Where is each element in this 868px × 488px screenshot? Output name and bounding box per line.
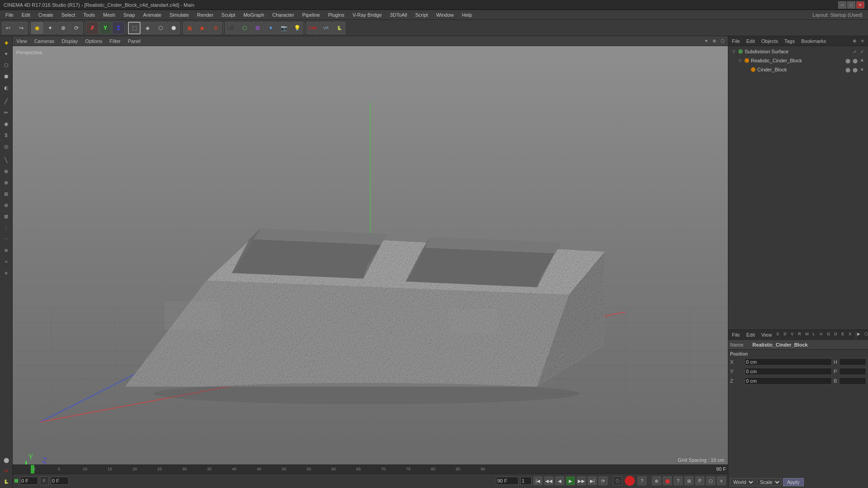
- tool-3[interactable]: ⬡: [1, 60, 12, 70]
- rot-h-input[interactable]: [839, 358, 866, 366]
- move-button[interactable]: ✦: [44, 22, 57, 34]
- vp-icon-1[interactable]: ✦: [703, 38, 710, 45]
- render-settings-button[interactable]: ⚙: [209, 22, 222, 34]
- obj-item-subdivision[interactable]: ▽ Subdivision Surface ✓ ✓: [729, 47, 867, 56]
- tool-16[interactable]: ⊠: [1, 211, 12, 222]
- rot-b-input[interactable]: [839, 377, 866, 385]
- point-mode-button[interactable]: ◈: [141, 22, 154, 34]
- tool-python[interactable]: 🐍: [1, 476, 12, 487]
- vray-button[interactable]: VR: [320, 22, 332, 34]
- menu-sculpt[interactable]: Sculpt: [218, 11, 239, 19]
- obj-item-realistic[interactable]: ▽ Realistic_Cinder_Block ⬤ ⬤ ✕: [729, 56, 867, 65]
- obj-icon-c[interactable]: ✕: [859, 57, 865, 64]
- animate-record-button[interactable]: [625, 476, 635, 486]
- menu-pipeline[interactable]: Pipeline: [299, 11, 324, 19]
- frame-mode-toggle[interactable]: F: [40, 476, 49, 485]
- vp-menu-panel[interactable]: Panel: [126, 38, 142, 44]
- vp-menu-view[interactable]: View: [14, 38, 29, 44]
- obj-icon-2[interactable]: ≡: [859, 38, 866, 45]
- tool-10[interactable]: ◎: [1, 141, 12, 152]
- tool-13[interactable]: ⊗: [1, 177, 12, 188]
- tool-6[interactable]: ╱: [1, 96, 12, 107]
- mode-z-button[interactable]: Z: [112, 22, 125, 34]
- play-button[interactable]: ▶: [566, 476, 575, 485]
- live-selection-button[interactable]: ◉: [31, 22, 43, 34]
- tool-9[interactable]: $: [1, 130, 12, 141]
- tool-move[interactable]: ✦: [1, 48, 12, 59]
- object-mode-button[interactable]: ⬚: [128, 22, 141, 34]
- tool-15[interactable]: ⊛: [1, 200, 12, 211]
- attr-icon-8[interactable]: G: [827, 332, 833, 338]
- attr-icon-6[interactable]: L: [812, 332, 819, 338]
- tool-14[interactable]: ⊞: [1, 188, 12, 199]
- icon-1[interactable]: ⊕: [652, 476, 661, 485]
- scale-dropdown[interactable]: Scale: [757, 478, 781, 486]
- apply-button[interactable]: Apply: [783, 478, 804, 486]
- tool-18[interactable]: ⋯: [1, 234, 12, 244]
- rotate-button[interactable]: ⟳: [70, 22, 83, 34]
- attr-icon-5[interactable]: M: [805, 332, 811, 338]
- expand-icon-realistic[interactable]: ▽: [737, 58, 743, 63]
- loop-button[interactable]: ⟳: [599, 476, 608, 485]
- python-button[interactable]: 🐍: [333, 22, 345, 34]
- menu-select[interactable]: Select: [58, 11, 79, 19]
- icon-3[interactable]: ?: [674, 476, 683, 485]
- cube-button[interactable]: ⬛: [225, 22, 238, 34]
- menu-character[interactable]: Character: [269, 11, 297, 19]
- prev-key-button[interactable]: ◀◀: [544, 476, 553, 485]
- menu-vray[interactable]: V-Ray Bridge: [349, 11, 386, 19]
- tool-20[interactable]: ≈: [1, 256, 12, 267]
- icon-5[interactable]: P: [695, 476, 704, 485]
- go-start-button[interactable]: |◀: [533, 476, 542, 485]
- camera-button[interactable]: 📷: [278, 22, 290, 34]
- pos-y-input[interactable]: [745, 368, 832, 375]
- menu-create[interactable]: Create: [35, 11, 57, 19]
- attr-menu-view[interactable]: View: [760, 332, 774, 338]
- obj-item-cinder[interactable]: Cinder_Block ⬤ ⬤ ✕: [729, 65, 867, 74]
- expand-icon[interactable]: ▽: [731, 49, 736, 54]
- menu-snap[interactable]: Snap: [120, 11, 139, 19]
- vp-menu-options[interactable]: Options: [83, 38, 104, 44]
- obj-menu-edit[interactable]: Edit: [745, 38, 757, 44]
- tool-21[interactable]: ≡: [1, 267, 12, 278]
- record-btn[interactable]: ⚫: [613, 476, 622, 485]
- tool-maxon[interactable]: M: [1, 465, 12, 476]
- go-end-button[interactable]: ▶|: [588, 476, 597, 485]
- tool-5[interactable]: ◐: [1, 82, 12, 93]
- obj-icon-cc[interactable]: ✕: [859, 66, 865, 73]
- icon-2[interactable]: ⬤: [663, 476, 672, 485]
- poly-mode-button[interactable]: ⬢: [167, 22, 180, 34]
- menu-edit[interactable]: Edit: [18, 11, 34, 19]
- obj-icon-ca[interactable]: ⬤: [844, 66, 851, 73]
- deformer-button[interactable]: ⊞: [251, 22, 264, 34]
- obj-menu-objects[interactable]: Objects: [760, 38, 780, 44]
- maximize-button[interactable]: □: [847, 1, 855, 9]
- light-button[interactable]: 💡: [291, 22, 303, 34]
- tool-12[interactable]: ⊕: [1, 166, 12, 177]
- frame-current-input[interactable]: [20, 477, 38, 485]
- obj-menu-file[interactable]: File: [730, 38, 742, 44]
- attr-icon-1[interactable]: S: [776, 332, 783, 338]
- tool-17[interactable]: ⋮: [1, 222, 12, 233]
- attr-icon-2[interactable]: D: [783, 332, 790, 338]
- menu-mesh[interactable]: Mesh: [99, 11, 119, 19]
- vp-menu-filter[interactable]: Filter: [108, 38, 122, 44]
- attr-icon-4[interactable]: R: [798, 332, 804, 338]
- pos-x-input[interactable]: [745, 358, 832, 366]
- pos-z-input[interactable]: [745, 377, 832, 385]
- menu-mograph[interactable]: MoGraph: [240, 11, 268, 19]
- tool-8[interactable]: ◉: [1, 118, 12, 129]
- vp-icon-3[interactable]: ⬡: [719, 38, 726, 45]
- attr-menu-edit[interactable]: Edit: [745, 332, 757, 338]
- spline-button[interactable]: ✦: [264, 22, 277, 34]
- fps-input[interactable]: [520, 477, 532, 485]
- obj-visible-check[interactable]: ✓: [852, 48, 858, 55]
- menu-plugins[interactable]: Plugins: [325, 11, 348, 19]
- menu-animate[interactable]: Animate: [140, 11, 165, 19]
- menu-file[interactable]: File: [2, 11, 17, 19]
- icon-7[interactable]: ≡: [717, 476, 726, 485]
- render-button[interactable]: ▶: [196, 22, 209, 34]
- vp-menu-display[interactable]: Display: [60, 38, 80, 44]
- rot-p-input[interactable]: [839, 368, 866, 375]
- play-fwd-button[interactable]: ▶▶: [577, 476, 586, 485]
